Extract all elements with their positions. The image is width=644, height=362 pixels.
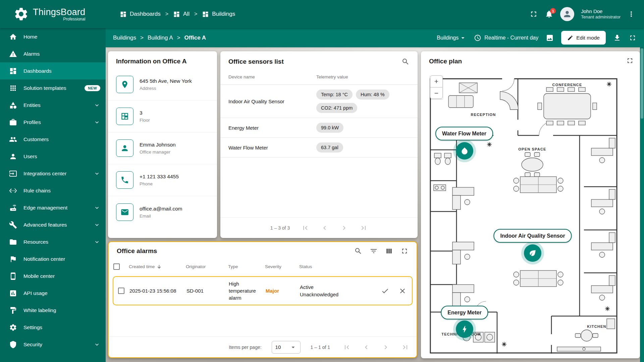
fullscreen-icon [400,247,409,255]
last-page-button[interactable] [401,343,409,351]
smartphone-icon [9,272,17,280]
sensor-row[interactable]: Energy Meter 99.0 kW [220,118,418,138]
sidebar-item-customers[interactable]: Customers [0,131,106,148]
alarm-table-row[interactable]: 2025-01-23 15:56:08 SD-001 High temperat… [113,276,413,305]
sidebar-item-users[interactable]: Users [0,148,106,165]
prev-page-button[interactable] [321,224,329,232]
plan-widget-title: Office plan [429,58,462,65]
avatar[interactable] [560,7,574,21]
next-page-button[interactable] [340,224,348,232]
sidebar-item-security[interactable]: Security [0,336,106,353]
sidebar-item-mobile-center[interactable]: Mobile center [0,267,106,285]
timewindow-button[interactable]: Realtime - Current day [474,34,538,42]
tools-icon [9,221,17,229]
next-page-icon [340,224,348,232]
sensors-search-button[interactable] [401,58,410,66]
sidebar-item-integrations-center[interactable]: Integrations center [0,165,106,182]
thingsboard-logo-icon [13,6,29,22]
info-row-manager: Emma Johnson Office manager [108,132,217,164]
select-all-checkbox[interactable] [113,263,120,270]
column-status[interactable]: Status [299,264,365,269]
sidebar-item-settings[interactable]: Settings [0,319,106,336]
sidebar-item-home[interactable]: Home [0,28,106,45]
sidebar-item-alarms[interactable]: Alarms [0,45,106,62]
dashboards-icon [120,11,127,18]
export-dashboard-button[interactable] [613,34,621,42]
brand-edition: Professional [33,17,85,21]
alarms-search-button[interactable] [354,247,362,255]
fullscreen-icon [629,34,637,42]
header-menu-button[interactable] [627,10,635,18]
breadcrumb-office-a-state[interactable]: Office A [184,35,206,41]
clock-icon [474,34,481,42]
dashboard-image-button[interactable] [546,34,554,42]
column-type[interactable]: Type [228,264,265,269]
sidebar-item-dashboards[interactable]: Dashboards [0,62,106,79]
prev-page-icon [321,224,329,232]
column-originator[interactable]: Originator [186,264,228,269]
edit-mode-button[interactable]: Edit mode [561,31,606,45]
caret-down-icon [459,34,467,42]
zoom-in-button[interactable]: + [430,75,443,87]
last-page-icon [360,224,368,232]
alarms-fullscreen-button[interactable] [400,247,409,255]
sidebar-item-white-labeling[interactable]: White labeling [0,302,106,319]
sidebar-item-resources[interactable]: Resources [0,233,106,250]
zoom-out-button[interactable]: − [430,87,443,99]
apps-icon [9,84,17,92]
marker-energy-meter[interactable] [456,320,473,338]
row-checkbox[interactable] [118,288,124,294]
column-created-time[interactable]: Created time [129,264,155,269]
sidebar-item-rule-chains[interactable]: Rule chains [0,182,106,199]
sidebar-item-advanced-features[interactable]: Advanced features [0,216,106,233]
breadcrumb-dashboards[interactable]: Dashboards [120,11,161,18]
marker-water-flow-meter[interactable] [456,142,473,160]
room-label-reception: RECEPTION [471,113,496,117]
prev-page-button[interactable] [362,343,370,351]
sidebar-item-notification-center[interactable]: Notification center [0,250,106,267]
sensor-row[interactable]: Indoor Air Quality Sensor Temp: 18 °C Hu… [220,85,418,118]
sidebar-item-entities[interactable]: Entities [0,97,106,114]
alarms-columns-button[interactable] [385,247,393,255]
user-role: Tenant administrator [581,14,621,20]
check-icon [381,287,389,295]
more-vert-icon [627,10,635,18]
phone-icon [116,171,133,189]
page-scrollbar[interactable] [640,47,644,362]
marker-label-water-flow-meter[interactable]: Water Flow Meter [435,127,493,140]
marker-label-energy-meter[interactable]: Energy Meter [441,306,488,319]
filter-icon [370,247,378,255]
breadcrumb-buildings-state[interactable]: Buildings [113,35,136,41]
breadcrumb-all[interactable]: All [173,11,190,18]
header-fullscreen-button[interactable] [529,10,538,18]
sensor-row[interactable]: Water Flow Meter 63.7 gal [220,138,418,158]
next-page-button[interactable] [382,343,390,351]
alarm-created-time: 2025-01-23 15:56:08 [129,288,186,294]
items-per-page-select[interactable]: 10 [272,341,301,354]
last-page-button[interactable] [360,224,368,232]
telemetry-chip: Hum: 48 % [356,89,389,100]
brand-logo[interactable]: ThingsBoard Professional [0,6,106,22]
marker-indoor-air-quality-sensor[interactable] [524,244,541,262]
acknowledge-alarm-button[interactable] [381,287,389,295]
first-page-button[interactable] [343,343,351,351]
first-page-icon [301,224,309,232]
scrollbar-thumb[interactable] [641,48,643,119]
notifications-button[interactable]: 1 [545,10,553,18]
breadcrumb-buildings[interactable]: Buildings [202,11,235,18]
first-page-button[interactable] [301,224,309,232]
alarms-filter-button[interactable] [370,247,378,255]
clear-alarm-button[interactable] [398,287,407,295]
toolbar-fullscreen-button[interactable] [629,34,637,42]
plan-fullscreen-button[interactable] [626,57,634,65]
sidebar-item-solution-templates[interactable]: Solution templates NEW [0,79,106,97]
marker-label-indoor-air-quality-sensor[interactable]: Indoor Air Quality Sensor [493,229,572,243]
sidebar-item-api-usage[interactable]: API usage [0,285,106,302]
column-severity[interactable]: Severity [265,264,299,269]
sidebar-item-profiles[interactable]: Profiles [0,114,106,131]
dashboards-icon [9,67,17,75]
telemetry-chip: 63.7 gal [316,142,343,153]
sidebar-item-edge-management[interactable]: Edge management [0,199,106,216]
dashboard-state-select[interactable]: Buildings [437,34,467,42]
breadcrumb-building-a-state[interactable]: Building A [148,35,173,41]
